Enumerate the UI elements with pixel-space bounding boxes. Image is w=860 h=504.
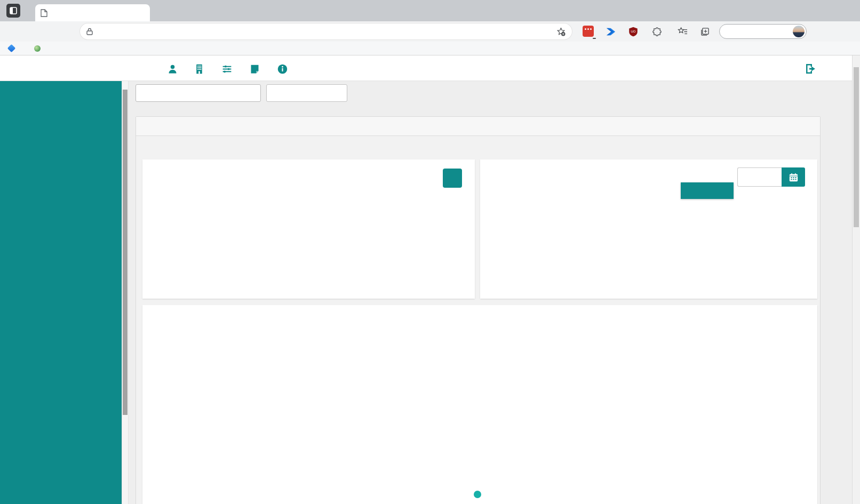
extensions-puzzle-icon[interactable] (651, 26, 663, 37)
browser-tab[interactable] (35, 4, 150, 21)
ublock-icon[interactable]: UO (627, 26, 639, 37)
sidebar (0, 81, 122, 504)
bookmark-diamond-icon (7, 44, 16, 53)
avatar (793, 26, 805, 37)
lock-icon (86, 28, 93, 35)
bookmark-circle-icon (34, 45, 41, 52)
favorites-hub-icon[interactable] (676, 26, 688, 37)
main-content (129, 81, 852, 504)
stat-boxes (154, 184, 463, 236)
info-icon[interactable] (275, 62, 289, 76)
date-picker (737, 167, 805, 187)
window-maximize-button[interactable] (789, 0, 814, 21)
line-chart-card (142, 305, 817, 504)
heatmap-card (480, 159, 817, 299)
extension-red-icon[interactable] (583, 26, 594, 37)
collapse-sidebar-button[interactable] (138, 62, 152, 76)
address-bar[interactable] (80, 23, 572, 39)
bookmark-system-dashboard[interactable] (9, 45, 18, 51)
add-favorite-icon[interactable] (556, 27, 566, 36)
page-icon (41, 9, 47, 17)
note-icon[interactable] (248, 62, 261, 76)
sync-profile-button[interactable] (719, 24, 807, 39)
chart-legend[interactable] (142, 491, 817, 498)
window-minimize-button[interactable] (765, 0, 789, 21)
xlsx-export-button[interactable] (681, 182, 734, 199)
logout-icon[interactable] (805, 62, 817, 75)
user-icon[interactable] (165, 62, 179, 76)
bookmarks-bar (0, 42, 860, 55)
distribution-card (142, 159, 475, 299)
browser-scrollbar[interactable] (852, 55, 860, 504)
browser-scrollbar-thumb[interactable] (854, 67, 859, 227)
collections-icon[interactable] (699, 26, 711, 37)
browser-tabstrip (0, 0, 860, 21)
power-automate-icon[interactable] (605, 26, 617, 37)
bookmark-h2n-track-it[interactable] (34, 45, 44, 52)
panel-body (136, 136, 820, 504)
workspaces-icon[interactable] (6, 4, 20, 18)
org-panel (136, 116, 821, 504)
filter-controls (136, 84, 347, 102)
calendar-button[interactable] (782, 167, 805, 187)
panel-header[interactable] (136, 117, 820, 136)
inner-scrollbar[interactable] (122, 81, 129, 504)
tags-input[interactable] (266, 84, 347, 102)
line-chart-svg[interactable] (142, 329, 817, 478)
browser-toolbar: UO ↑ (0, 21, 860, 42)
screen: UO ↑ (0, 0, 860, 504)
date-input[interactable] (737, 167, 782, 187)
svg-text:UO: UO (631, 30, 635, 33)
gear-button[interactable] (443, 169, 462, 188)
building-icon[interactable] (192, 62, 206, 76)
org-select[interactable] (136, 84, 261, 102)
legend-dot-icon (474, 491, 481, 498)
filter-sliders-icon[interactable] (220, 62, 234, 76)
extension-badge (593, 38, 596, 39)
inner-scrollbar-thumb[interactable] (123, 90, 128, 415)
window-close-button[interactable] (814, 0, 838, 21)
app-header (0, 55, 860, 81)
